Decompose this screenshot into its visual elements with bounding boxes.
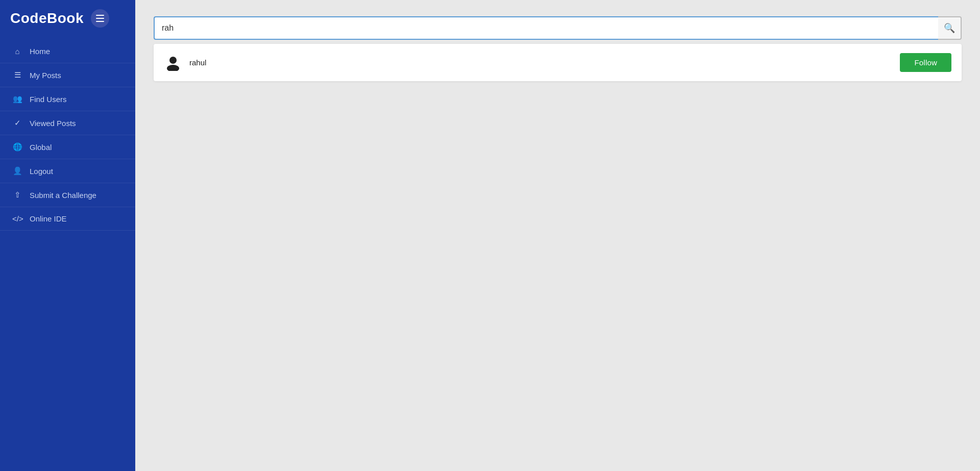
sidebar-item-home[interactable]: ⌂ Home xyxy=(0,40,135,63)
sidebar-item-online-ide[interactable]: </> Online IDE xyxy=(0,207,135,231)
search-area: 🔍 xyxy=(154,16,962,40)
user-avatar-icon xyxy=(165,55,181,71)
search-button[interactable]: 🔍 xyxy=(938,16,962,40)
user-icon: 👤 xyxy=(12,166,22,176)
sidebar-item-logout[interactable]: 👤 Logout xyxy=(0,159,135,183)
svg-point-1 xyxy=(167,65,179,71)
home-icon: ⌂ xyxy=(12,47,22,56)
list-icon: ☰ xyxy=(12,70,22,80)
hamburger-icon xyxy=(96,15,104,22)
sidebar-item-viewed-posts[interactable]: ✓ Viewed Posts xyxy=(0,111,135,135)
globe-icon: 🌐 xyxy=(12,142,22,152)
menu-toggle-button[interactable] xyxy=(91,9,109,28)
main-content: 🔍 rahul Follow xyxy=(135,0,980,471)
sidebar-nav: ⌂ Home ☰ My Posts 👥 Find Users ✓ Viewed … xyxy=(0,40,135,231)
sidebar-header: CodeBook xyxy=(0,0,135,37)
app-title: CodeBook xyxy=(10,10,84,27)
results-list: rahul Follow xyxy=(154,44,962,81)
sidebar-item-label-my-posts: My Posts xyxy=(30,71,61,80)
table-row: rahul Follow xyxy=(154,44,962,81)
sidebar-item-label-viewed-posts: Viewed Posts xyxy=(30,119,76,128)
upload-icon: ⇧ xyxy=(12,190,22,200)
follow-button[interactable]: Follow xyxy=(900,53,951,72)
svg-point-0 xyxy=(169,57,177,64)
sidebar-item-submit-challenge[interactable]: ⇧ Submit a Challenge xyxy=(0,183,135,207)
sidebar-item-my-posts[interactable]: ☰ My Posts xyxy=(0,63,135,87)
avatar xyxy=(164,54,182,72)
username: rahul xyxy=(189,58,893,67)
sidebar-item-label-home: Home xyxy=(30,47,50,56)
sidebar: CodeBook ⌂ Home ☰ My Posts 👥 Find Users … xyxy=(0,0,135,471)
sidebar-item-global[interactable]: 🌐 Global xyxy=(0,135,135,159)
sidebar-item-label-submit-challenge: Submit a Challenge xyxy=(30,191,96,200)
sidebar-item-label-find-users: Find Users xyxy=(30,95,67,104)
search-input[interactable] xyxy=(154,16,938,40)
sidebar-item-label-global: Global xyxy=(30,143,52,152)
sidebar-item-label-logout: Logout xyxy=(30,167,53,176)
code-icon: </> xyxy=(12,214,22,223)
sidebar-item-label-online-ide: Online IDE xyxy=(30,214,67,223)
sidebar-item-find-users[interactable]: 👥 Find Users xyxy=(0,87,135,111)
users-icon: 👥 xyxy=(12,94,22,104)
search-icon: 🔍 xyxy=(944,22,955,34)
check-icon: ✓ xyxy=(12,118,22,128)
